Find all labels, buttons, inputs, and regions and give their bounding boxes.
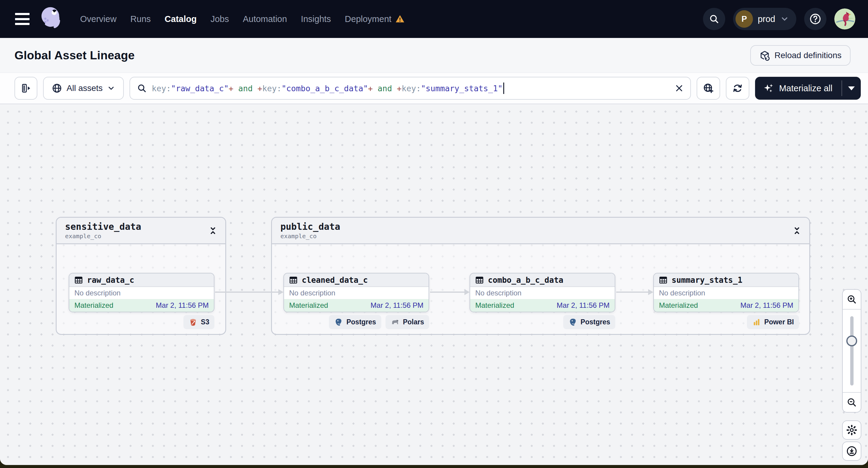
download-icon <box>846 445 858 457</box>
sparkles-icon <box>763 83 774 94</box>
user-avatar[interactable] <box>834 8 855 30</box>
tag-s3[interactable]: S3 <box>183 315 214 329</box>
warning-icon <box>395 14 405 24</box>
asset-node-summary-stats-1[interactable]: summary_stats_1 No description Materiali… <box>653 273 799 312</box>
asset-filter-input[interactable]: key:"raw_data_c"+ and +key:"combo_a_b_c_… <box>129 77 691 100</box>
tag-postgres[interactable]: Postgres <box>563 315 615 329</box>
collapse-group-icon[interactable] <box>792 225 802 236</box>
help-button[interactable] <box>804 8 827 30</box>
zoom-controls <box>842 289 861 413</box>
nav-item-deployment[interactable]: Deployment <box>345 14 405 24</box>
octopus-logo-icon <box>37 5 66 33</box>
collapse-group-icon[interactable] <box>208 225 218 236</box>
graph-settings-button[interactable] <box>842 420 861 440</box>
materialize-all-button[interactable]: Materialize all <box>755 77 841 100</box>
asset-node-raw-data-c[interactable]: raw_data_c No description Materialized M… <box>69 273 214 312</box>
nav-item-runs[interactable]: Runs <box>130 14 151 24</box>
materialize-options-button[interactable] <box>842 77 861 100</box>
help-icon <box>809 13 822 25</box>
table-icon <box>74 276 83 285</box>
zoom-out-icon <box>846 397 857 408</box>
refresh-graph-button[interactable] <box>726 77 749 100</box>
zoom-in-icon <box>846 294 857 305</box>
primary-nav: Overview Runs Catalog Jobs Automation In… <box>80 14 405 24</box>
reload-definitions-icon <box>759 50 770 61</box>
zoom-in-button[interactable] <box>843 290 861 309</box>
deployment-initial-badge: P <box>736 10 753 28</box>
asset-description: No description <box>284 287 429 299</box>
nav-item-overview[interactable]: Overview <box>80 14 117 24</box>
reload-definitions-label: Reload definitions <box>774 51 841 60</box>
search-icon <box>137 83 147 93</box>
asset-name: raw_data_c <box>87 276 134 285</box>
add-external-assets-button[interactable] <box>696 77 720 100</box>
lineage-canvas[interactable]: sensitive_data example_co public_data ex… <box>0 104 868 465</box>
open-asset-panel-button[interactable] <box>14 77 37 100</box>
group-name: public_data <box>280 221 801 232</box>
caret-down-icon <box>848 87 855 90</box>
page-header: Global Asset Lineage Reload definitions <box>0 38 868 73</box>
powerbi-icon <box>752 318 761 327</box>
status-badge: Materialized <box>475 301 514 310</box>
zoom-slider[interactable] <box>843 309 861 393</box>
asset-scope-label: All assets <box>67 84 103 93</box>
asset-tags-summary-stats-1: Power BI <box>653 315 799 329</box>
tag-label: Polars <box>403 318 424 326</box>
status-badge: Materialized <box>74 301 113 310</box>
tag-label: S3 <box>201 318 209 326</box>
asset-tags-combo-a-b-c-data: Postgres <box>469 315 615 329</box>
menu-icon[interactable] <box>15 13 30 25</box>
globe-icon <box>52 83 62 94</box>
tag-postgres[interactable]: Postgres <box>329 315 381 329</box>
deployment-name: prod <box>758 14 775 24</box>
globe-plus-icon <box>703 83 714 94</box>
nav-item-deployment-label: Deployment <box>345 14 392 24</box>
lineage-toolbar: All assets key:"raw_data_c"+ and +key:"c… <box>0 73 868 104</box>
postgres-icon <box>568 318 577 327</box>
tag-power-bi[interactable]: Power BI <box>747 315 799 329</box>
asset-status-row: Materialized Mar 2, 11:56 PM <box>284 299 429 312</box>
s3-icon <box>189 318 197 327</box>
clear-filter-icon[interactable] <box>674 83 684 93</box>
materialize-all-split-button: Materialize all <box>755 77 861 100</box>
page-title: Global Asset Lineage <box>14 49 135 62</box>
zoom-out-button[interactable] <box>843 393 861 412</box>
nav-item-catalog[interactable]: Catalog <box>165 14 197 24</box>
edge-raw-to-cleaned <box>215 291 279 293</box>
open-panel-icon <box>21 83 31 94</box>
nav-item-insights[interactable]: Insights <box>301 14 331 24</box>
materialization-timestamp[interactable]: Mar 2, 11:56 PM <box>557 301 610 310</box>
asset-description: No description <box>470 287 615 299</box>
edge-cleaned-to-combo <box>430 291 465 293</box>
asset-name: cleaned_data_c <box>302 276 368 285</box>
global-search-button[interactable] <box>703 8 725 30</box>
asset-node-cleaned-data-c[interactable]: cleaned_data_c No description Materializ… <box>283 273 429 312</box>
group-location: example_co <box>280 232 801 240</box>
zoom-slider-track[interactable] <box>850 316 854 385</box>
text-cursor <box>503 83 504 94</box>
group-header[interactable]: public_data example_co <box>272 218 809 244</box>
tag-label: Postgres <box>581 318 610 326</box>
tag-label: Power BI <box>765 318 794 326</box>
materialization-timestamp[interactable]: Mar 2, 11:56 PM <box>370 301 424 310</box>
status-badge: Materialized <box>659 301 698 310</box>
avatar-bird-image <box>834 8 855 30</box>
group-location: example_co <box>65 232 217 240</box>
asset-node-combo-a-b-c-data[interactable]: combo_a_b_c_data No description Material… <box>469 273 615 312</box>
asset-scope-dropdown[interactable]: All assets <box>43 77 124 100</box>
asset-description: No description <box>69 287 214 299</box>
tag-polars[interactable]: Polars <box>385 315 429 329</box>
dagster-logo[interactable] <box>37 5 66 33</box>
table-icon <box>289 276 298 285</box>
reload-definitions-button[interactable]: Reload definitions <box>750 45 850 66</box>
materialization-timestamp[interactable]: Mar 2, 11:56 PM <box>156 301 209 310</box>
materialization-timestamp[interactable]: Mar 2, 11:56 PM <box>740 301 793 310</box>
zoom-slider-handle[interactable] <box>846 336 857 346</box>
nav-right-cluster: P prod <box>703 8 855 30</box>
group-header[interactable]: sensitive_data example_co <box>57 218 225 244</box>
deployment-switcher[interactable]: P prod <box>733 8 796 30</box>
nav-item-jobs[interactable]: Jobs <box>211 14 229 24</box>
download-graph-button[interactable] <box>842 441 861 461</box>
tag-label: Postgres <box>346 318 376 326</box>
nav-item-automation[interactable]: Automation <box>243 14 287 24</box>
